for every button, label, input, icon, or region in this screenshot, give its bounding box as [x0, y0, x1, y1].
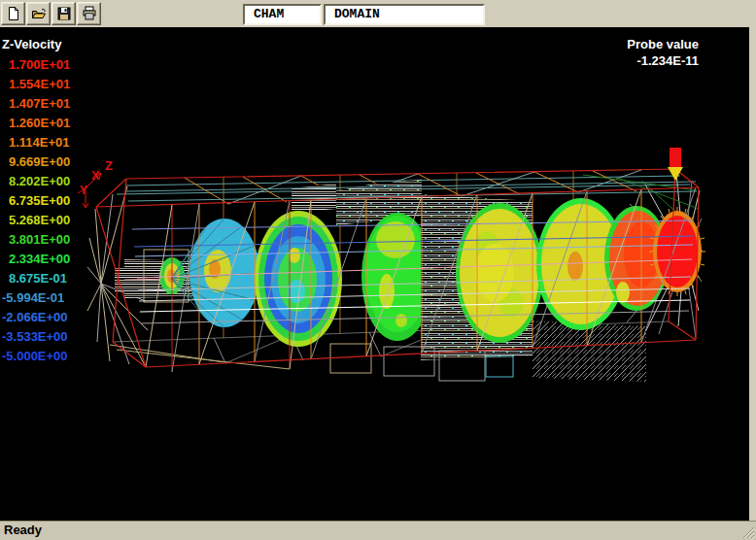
legend-item: -3.533E+00: [2, 327, 70, 347]
legend-item: 8.675E-01: [2, 269, 70, 288]
legend-item: 1.260E+01: [2, 114, 70, 133]
new-button[interactable]: [1, 2, 25, 25]
legend-item: -5.994E-01: [2, 288, 70, 308]
toolbar: [0, 0, 756, 27]
legend-item: 3.801E+00: [2, 230, 70, 250]
probe-value: -1.234E-11: [627, 52, 699, 69]
cfd-scene: Z X Y: [0, 27, 749, 521]
legend-item: -5.000E+00: [2, 347, 70, 366]
status-text: Ready: [4, 523, 42, 537]
legend-item: -2.066E+00: [2, 308, 70, 327]
resize-grip[interactable]: [742, 526, 755, 539]
render-viewport[interactable]: Z X Y Z-Velocity 1.700E+011.554E+011.407…: [0, 27, 749, 521]
print-icon: [82, 6, 97, 21]
axis-z-label: Z: [105, 158, 113, 173]
open-button[interactable]: [26, 2, 51, 25]
legend-item: 6.735E+00: [2, 191, 70, 211]
axis-y-label: Y: [80, 184, 87, 197]
probe-label: Probe value: [627, 36, 699, 52]
status-bar: Ready: [0, 521, 756, 540]
domain-field[interactable]: [324, 4, 485, 25]
axis-triad: Z X Y: [78, 158, 113, 208]
legend-item: 9.669E+00: [2, 152, 70, 172]
contour-disc-3: [255, 211, 342, 347]
save-button[interactable]: [52, 2, 76, 25]
legend: Z-Velocity 1.700E+011.554E+011.407E+011.…: [2, 35, 70, 366]
legend-title: Z-Velocity: [2, 35, 70, 54]
cham-field[interactable]: [243, 4, 322, 25]
legend-item: 2.334E+00: [2, 250, 70, 269]
app-window: Z X Y Z-Velocity 1.700E+011.554E+011.407…: [0, 0, 756, 540]
legend-item: 8.202E+00: [2, 172, 70, 191]
legend-item: 5.268E+00: [2, 211, 70, 230]
legend-item: 1.114E+01: [2, 133, 70, 152]
open-folder-icon: [31, 6, 47, 21]
legend-items: 1.700E+011.554E+011.407E+011.260E+011.11…: [2, 55, 70, 366]
contour-disc-8: [653, 211, 702, 292]
new-document-icon: [6, 6, 21, 21]
save-icon: [56, 6, 72, 21]
print-button[interactable]: [77, 2, 101, 25]
probe-readout: Probe value -1.234E-11: [627, 36, 699, 69]
axis-x-label: X: [91, 168, 100, 183]
legend-item: 1.554E+01: [2, 75, 70, 94]
legend-item: 1.700E+01: [2, 55, 70, 75]
legend-item: 1.407E+01: [2, 94, 70, 114]
